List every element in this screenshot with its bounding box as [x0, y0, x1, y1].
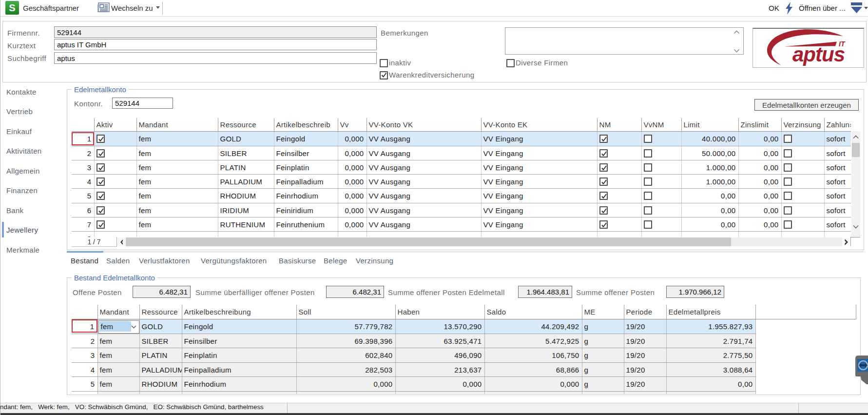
svg-text:aptus: aptus [792, 43, 845, 66]
svg-text:IT: IT [839, 40, 846, 48]
